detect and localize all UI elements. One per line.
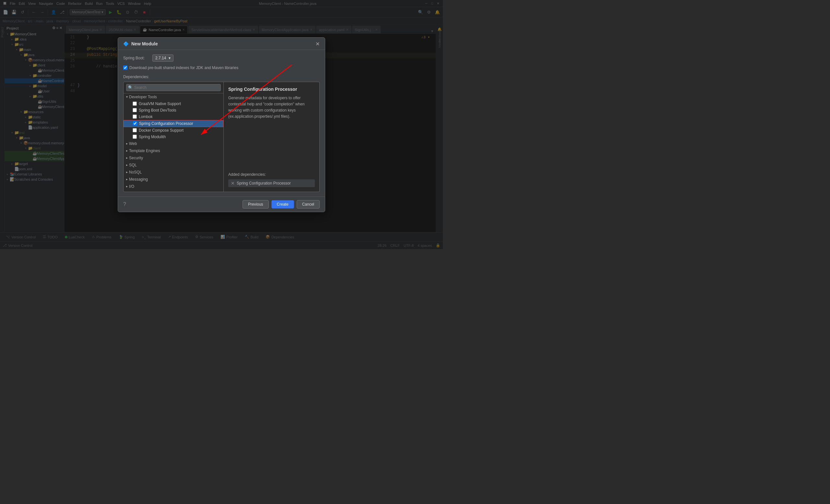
added-deps-label: Added dependencies: (228, 172, 315, 177)
sql-label: SQL (129, 163, 137, 167)
deps-item-lombok[interactable]: Lombok (124, 114, 223, 120)
ops-label: Ops (129, 191, 136, 192)
deps-group-io[interactable]: ▸ I/O (124, 183, 223, 190)
remove-spring-config-button[interactable]: ✕ (231, 181, 235, 186)
nosql-label: NoSQL (129, 170, 142, 175)
modal-title-icon: 🔷 (123, 41, 129, 46)
added-dep-spring-config: ✕ Spring Configuration Processor (228, 179, 315, 187)
deps-info-desc: Generate metadata for developers to offe… (228, 95, 315, 120)
devtools-checkbox[interactable] (133, 108, 137, 112)
spring-config-label: Spring Configuration Processor (139, 121, 193, 126)
deps-item-graalvm[interactable]: GraalVM Native Support (124, 100, 223, 107)
security-label: Security (129, 156, 143, 160)
new-module-modal: 🔷 New Module ✕ Spring Boot: 2.7.14 ▾ Dow… (118, 37, 325, 212)
deps-search-icon: 🔍 (128, 85, 133, 90)
spring-boot-version-value: 2.7.14 (155, 56, 166, 60)
deps-group-ops[interactable]: ▸ Ops (124, 190, 223, 192)
modal-footer: ? Previous Create Cancel (118, 196, 325, 212)
modal-title: 🔷 New Module (123, 41, 158, 46)
template-engines-arrow: ▸ (126, 149, 128, 152)
spring-modulith-label: Spring Modulith (139, 135, 166, 139)
spring-config-checkbox[interactable] (133, 121, 137, 126)
deps-group-nosql[interactable]: ▸ NoSQL (124, 169, 223, 176)
modal-body: Spring Boot: 2.7.14 ▾ Download pre-built… (118, 50, 325, 196)
deps-search-input[interactable] (126, 84, 221, 91)
deps-left-panel: 🔍 ▾ Developer Tools GraalVM Native Suppo (123, 82, 224, 192)
sql-arrow: ▸ (126, 163, 128, 167)
docker-compose-label: Docker Compose Support (139, 128, 184, 133)
spring-boot-row: Spring Boot: 2.7.14 ▾ (123, 55, 320, 62)
lombok-checkbox[interactable] (133, 115, 137, 119)
deps-group-web[interactable]: ▸ Web (124, 140, 223, 147)
deps-item-spring-config[interactable]: Spring Configuration Processor (124, 120, 223, 127)
devtools-label: Spring Boot DevTools (139, 108, 176, 113)
developer-tools-arrow: ▾ (126, 95, 128, 99)
template-engines-label: Template Engines (129, 149, 160, 153)
io-arrow: ▸ (126, 185, 128, 188)
cancel-button[interactable]: Cancel (297, 200, 320, 209)
developer-tools-label: Developer Tools (129, 95, 157, 99)
docker-compose-checkbox[interactable] (133, 128, 137, 132)
graalvm-checkbox[interactable] (133, 101, 137, 106)
deps-item-docker-compose[interactable]: Docker Compose Support (124, 127, 223, 134)
graalvm-label: GraalVM Native Support (139, 101, 181, 106)
lombok-label: Lombok (139, 115, 153, 119)
deps-item-devtools[interactable]: Spring Boot DevTools (124, 107, 223, 114)
deps-section-label: Dependencies: (123, 74, 320, 79)
deps-group-security[interactable]: ▸ Security (124, 154, 223, 161)
spring-boot-label: Spring Boot: (123, 56, 149, 60)
deps-group-messaging[interactable]: ▸ Messaging (124, 176, 223, 183)
shared-indexes-label: Download pre-built shared indexes for JD… (129, 65, 238, 70)
modal-help-button[interactable]: ? (123, 201, 126, 207)
deps-search-area: 🔍 (124, 82, 223, 93)
deps-search-wrap: 🔍 (126, 84, 221, 91)
shared-indexes-row: Download pre-built shared indexes for JD… (123, 65, 320, 70)
modal-close-button[interactable]: ✕ (316, 41, 320, 47)
deps-list[interactable]: ▾ Developer Tools GraalVM Native Support… (124, 93, 223, 192)
messaging-arrow: ▸ (126, 178, 128, 181)
create-button[interactable]: Create (272, 200, 294, 209)
deps-layout: 🔍 ▾ Developer Tools GraalVM Native Suppo (123, 82, 320, 192)
shared-indexes-checkbox[interactable] (123, 65, 127, 70)
added-dep-spring-config-label: Spring Configuration Processor (237, 181, 291, 186)
messaging-label: Messaging (129, 177, 148, 182)
modal-footer-buttons: Previous Create Cancel (243, 200, 320, 209)
added-deps-section: Added dependencies: ✕ Spring Configurati… (228, 172, 315, 187)
nosql-arrow: ▸ (126, 170, 128, 174)
deps-info-title: Spring Configuration Processor (228, 87, 315, 92)
deps-group-developer-tools[interactable]: ▾ Developer Tools (124, 93, 223, 100)
spring-boot-dropdown-arrow: ▾ (168, 56, 170, 60)
deps-group-sql[interactable]: ▸ SQL (124, 161, 223, 169)
web-arrow: ▸ (126, 142, 128, 145)
security-arrow: ▸ (126, 156, 128, 160)
modal-title-bar: 🔷 New Module ✕ (118, 38, 325, 50)
previous-button[interactable]: Previous (243, 200, 269, 209)
web-label: Web (129, 141, 137, 146)
modal-overlay: 🔷 New Module ✕ Spring Boot: 2.7.14 ▾ Dow… (0, 0, 443, 249)
deps-right-panel: Spring Configuration Processor Generate … (224, 82, 320, 192)
spring-boot-version-dropdown[interactable]: 2.7.14 ▾ (152, 55, 173, 62)
io-label: I/O (129, 184, 134, 189)
deps-item-spring-modulith[interactable]: Spring Modulith (124, 134, 223, 140)
deps-group-template-engines[interactable]: ▸ Template Engines (124, 147, 223, 154)
spring-modulith-checkbox[interactable] (133, 135, 137, 139)
